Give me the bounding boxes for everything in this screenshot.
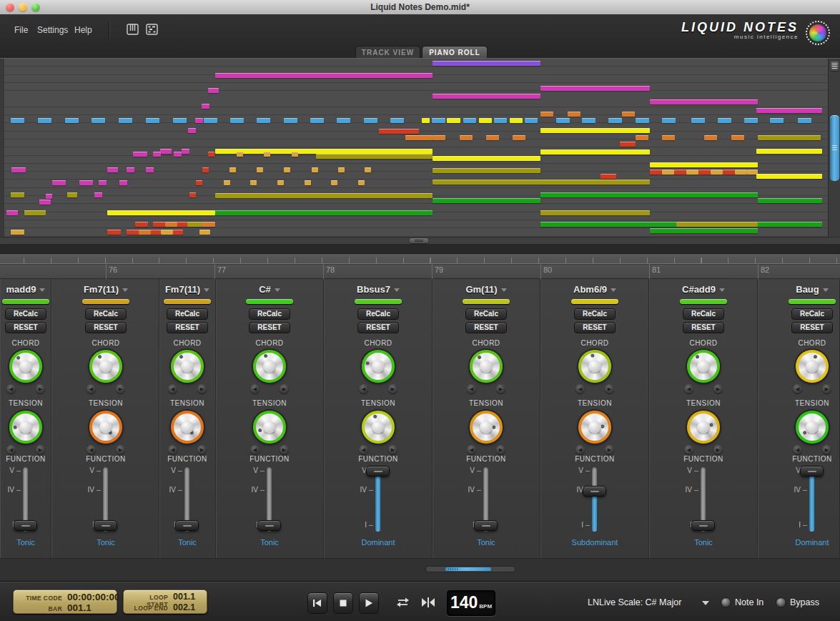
- midi-note[interactable]: [338, 167, 345, 172]
- step-left-button[interactable]: ◀: [359, 445, 368, 454]
- midi-note[interactable]: [433, 180, 650, 185]
- loop-toggle-icon[interactable]: [395, 597, 410, 611]
- midi-note[interactable]: [79, 180, 93, 185]
- reset-button[interactable]: RESET: [5, 322, 46, 333]
- step-left-button[interactable]: ◀: [250, 445, 260, 454]
- menu-settings[interactable]: Settings: [37, 25, 68, 35]
- midi-note[interactable]: [46, 194, 52, 199]
- step-left-button[interactable]: ◀: [359, 384, 368, 393]
- reset-button[interactable]: RESET: [85, 322, 127, 333]
- midi-note[interactable]: [202, 167, 209, 172]
- recalc-button[interactable]: ReCalc: [249, 308, 290, 320]
- vertical-scrollbar-thumb[interactable]: [830, 115, 839, 181]
- midi-note[interactable]: [139, 230, 151, 235]
- midi-note[interactable]: [704, 135, 717, 140]
- midi-note[interactable]: [39, 200, 51, 205]
- tension-knob[interactable]: [796, 411, 829, 444]
- chord-knob[interactable]: [470, 350, 503, 383]
- midi-note[interactable]: [208, 88, 219, 93]
- reset-button[interactable]: RESET: [683, 322, 724, 333]
- strips-scrollbar[interactable]: [425, 566, 515, 572]
- midi-note[interactable]: [711, 170, 723, 175]
- midi-note[interactable]: [556, 118, 570, 123]
- step-right-button[interactable]: ▶: [36, 384, 45, 393]
- midi-note[interactable]: [674, 170, 686, 175]
- midi-note[interactable]: [11, 230, 24, 235]
- step-right-button[interactable]: ▶: [280, 384, 289, 393]
- slider-track[interactable]: [592, 467, 597, 532]
- midi-note[interactable]: [601, 174, 616, 179]
- midi-note[interactable]: [160, 149, 172, 154]
- midi-note[interactable]: [6, 210, 18, 215]
- midi-note[interactable]: [422, 118, 430, 123]
- step-right-button[interactable]: ▶: [713, 445, 723, 454]
- midi-note[interactable]: [292, 152, 298, 157]
- midi-note[interactable]: [735, 170, 747, 175]
- midi-note[interactable]: [540, 86, 650, 91]
- stop-button[interactable]: [333, 592, 353, 614]
- step-right-button[interactable]: ▶: [388, 445, 397, 454]
- midi-note[interactable]: [215, 149, 433, 154]
- step-right-button[interactable]: ▶: [116, 445, 125, 454]
- midi-note[interactable]: [305, 180, 311, 185]
- chord-name-dropdown[interactable]: Bbsus7: [324, 284, 433, 295]
- midi-note[interactable]: [758, 198, 822, 203]
- chord-knob[interactable]: [253, 350, 286, 383]
- midi-note[interactable]: [187, 222, 202, 227]
- step-right-button[interactable]: ▶: [822, 445, 831, 454]
- midi-note[interactable]: [230, 118, 244, 123]
- step-left-button[interactable]: ◀: [467, 445, 476, 454]
- midi-note[interactable]: [146, 118, 159, 123]
- midi-note[interactable]: [540, 222, 676, 227]
- midi-note[interactable]: [310, 118, 324, 123]
- midi-note[interactable]: [636, 118, 649, 123]
- function-slider[interactable]: VIVI: [784, 466, 840, 538]
- step-right-button[interactable]: ▶: [822, 384, 831, 393]
- midi-note[interactable]: [756, 174, 822, 179]
- slider-thumb[interactable]: [257, 520, 281, 531]
- midi-note[interactable]: [486, 135, 499, 140]
- midi-note[interactable]: [540, 150, 650, 155]
- midi-note[interactable]: [798, 118, 811, 123]
- midi-note[interactable]: [161, 230, 173, 235]
- scale-dropdown-caret[interactable]: [702, 601, 709, 605]
- midi-note[interactable]: [494, 118, 507, 123]
- timeline-ruler[interactable]: 76777879808182: [0, 254, 840, 279]
- step-right-button[interactable]: ▶: [197, 384, 207, 393]
- step-right-button[interactable]: ▶: [496, 384, 505, 393]
- midi-note[interactable]: [119, 180, 127, 185]
- midi-note[interactable]: [24, 210, 46, 215]
- recalc-button[interactable]: ReCalc: [683, 308, 724, 320]
- midi-note[interactable]: [151, 230, 161, 235]
- step-right-button[interactable]: ▶: [36, 445, 45, 454]
- midi-note[interactable]: [99, 180, 107, 185]
- midi-note[interactable]: [731, 135, 744, 140]
- tab-track-view[interactable]: TRACK VIEW: [355, 46, 420, 58]
- midi-note[interactable]: [718, 118, 731, 123]
- midi-note[interactable]: [513, 135, 525, 140]
- midi-note[interactable]: [758, 222, 822, 227]
- midi-note[interactable]: [650, 162, 758, 167]
- tension-knob[interactable]: [171, 411, 204, 444]
- tab-piano-roll[interactable]: PIANO ROLL: [422, 46, 488, 58]
- menu-file[interactable]: File: [14, 25, 28, 35]
- recalc-button[interactable]: ReCalc: [5, 308, 46, 320]
- midi-note[interactable]: [173, 230, 183, 235]
- step-left-button[interactable]: ◀: [87, 384, 96, 393]
- midi-note[interactable]: [173, 118, 187, 123]
- midi-note[interactable]: [195, 118, 203, 123]
- midi-note[interactable]: [756, 108, 822, 113]
- slider-thumb[interactable]: [583, 486, 606, 497]
- chord-knob[interactable]: [171, 350, 204, 383]
- function-slider[interactable]: VIVI: [0, 466, 51, 538]
- midi-note[interactable]: [199, 230, 210, 235]
- midi-note[interactable]: [723, 170, 735, 175]
- chord-name-dropdown[interactable]: madd9: [0, 284, 51, 295]
- midi-note[interactable]: [182, 149, 189, 154]
- midi-note[interactable]: [540, 210, 650, 215]
- midi-note[interactable]: [662, 118, 676, 123]
- midi-note[interactable]: [312, 167, 318, 172]
- midi-note[interactable]: [479, 118, 492, 123]
- midi-note[interactable]: [650, 99, 758, 104]
- step-right-button[interactable]: ▶: [388, 384, 397, 393]
